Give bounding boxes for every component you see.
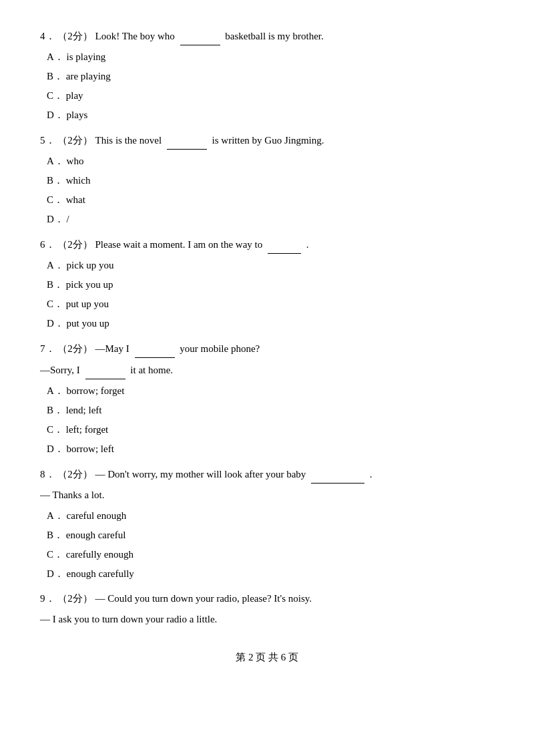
q6-option-c: C． put up you (40, 295, 494, 313)
q5-text-after: is written by Guo Jingming. (212, 135, 324, 146)
q4-option-a: A． is playing (40, 48, 494, 66)
q6-blank (268, 235, 301, 254)
q7-dialog2-after: it at home. (130, 365, 173, 375)
q6-option-a: A． pick up you (40, 256, 494, 274)
q5-option-d: D． / (40, 210, 494, 228)
q8-points: （2分） (57, 469, 93, 480)
q6-text-before: Please wait a moment. I am on the way to (95, 239, 263, 250)
q8-option-c: C． carefully enough (40, 546, 494, 564)
q7-blank2 (85, 361, 125, 379)
q7-number: 7． (40, 343, 55, 354)
question-9: 9． （2分） — Could you turn down your radio… (40, 590, 494, 628)
q4-option-c: C． play (40, 87, 494, 105)
q9-dialog2: — I ask you to turn down your radio a li… (40, 610, 494, 628)
q7-dialog1-before: —May I (95, 343, 129, 354)
q4-option-d: D． plays (40, 106, 494, 124)
q4-number: 4． (40, 31, 55, 41)
q7-option-c: C． left; forget (40, 421, 494, 439)
q8-blank (311, 465, 364, 484)
question-4: 4． （2分） Look! The boy who basketball is … (40, 27, 494, 124)
question-6: 6． （2分） Please wait a moment. I am on th… (40, 235, 494, 333)
question-8: 8． （2分） — Don't worry, my mother will lo… (40, 465, 494, 583)
q7-dialog1-after: your mobile phone? (180, 343, 260, 354)
q7-dialog2-before: —Sorry, I (40, 365, 80, 375)
q7-blank1 (135, 339, 175, 358)
q8-dialog2: — Thanks a lot. (40, 486, 494, 504)
q6-option-d: D． put you up (40, 315, 494, 333)
footer-text: 第 2 页 共 6 页 (236, 652, 298, 663)
question-6-title: 6． （2分） Please wait a moment. I am on th… (40, 235, 494, 254)
page-footer: 第 2 页 共 6 页 (40, 648, 494, 667)
q7-points: （2分） (57, 343, 93, 354)
q6-option-b: B． pick you up (40, 276, 494, 294)
q4-blank (180, 27, 220, 45)
q8-number: 8． (40, 469, 55, 480)
question-9-title: 9． （2分） — Could you turn down your radio… (40, 590, 494, 608)
q6-points: （2分） (57, 239, 93, 250)
q6-number: 6． (40, 239, 55, 250)
q5-option-b: B． which (40, 172, 494, 190)
q4-text-after: basketball is my brother. (225, 31, 323, 41)
q5-points: （2分） (57, 135, 93, 146)
question-8-title: 8． （2分） — Don't worry, my mother will lo… (40, 465, 494, 484)
q7-option-d: D． borrow; left (40, 440, 494, 458)
q7-option-a: A． borrow; forget (40, 382, 494, 400)
q9-dialog1: — Could you turn down your radio, please… (95, 593, 312, 604)
q8-option-b: B． enough careful (40, 526, 494, 544)
q4-option-b: B． are playing (40, 67, 494, 85)
q9-points: （2分） (57, 593, 93, 604)
q9-number: 9． (40, 593, 55, 604)
question-5-title: 5． （2分） This is the novel is written by … (40, 131, 494, 150)
question-7: 7． （2分） —May I your mobile phone? —Sorry… (40, 339, 494, 458)
q8-option-a: A． careful enough (40, 507, 494, 525)
q5-option-a: A． who (40, 152, 494, 170)
q7-option-b: B． lend; left (40, 401, 494, 419)
q6-text-after: . (306, 239, 309, 250)
question-4-title: 4． （2分） Look! The boy who basketball is … (40, 27, 494, 45)
q5-option-c: C． what (40, 191, 494, 209)
q4-text-before: Look! The boy who (95, 31, 175, 41)
q8-dialog1-before: — Don't worry, my mother will look after… (95, 469, 306, 480)
question-5: 5． （2分） This is the novel is written by … (40, 131, 494, 228)
q5-blank (167, 131, 207, 150)
q4-points: （2分） (57, 31, 93, 41)
question-7-title: 7． （2分） —May I your mobile phone? (40, 339, 494, 358)
q8-dialog1-after: . (370, 469, 372, 480)
q5-text-before: This is the novel (95, 135, 162, 146)
q7-dialog2: —Sorry, I it at home. (40, 361, 494, 379)
q5-number: 5． (40, 135, 55, 146)
q8-option-d: D． enough carefully (40, 565, 494, 583)
